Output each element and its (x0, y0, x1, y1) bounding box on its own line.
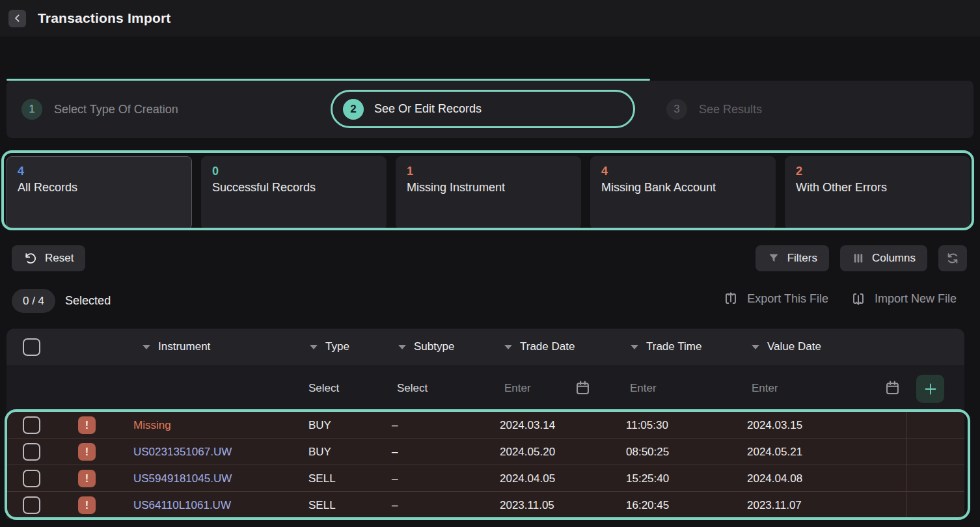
card-missing-instrument[interactable]: 1 Missing Instrument (396, 156, 581, 230)
reset-button[interactable]: Reset (12, 245, 85, 271)
column-label: Trade Date (520, 340, 575, 353)
records-table: Instrument Type Subtype Trade Date Trade… (7, 329, 964, 527)
filter-funnel-icon (767, 252, 780, 265)
cell-type: SELL (308, 465, 336, 492)
card-with-other-errors[interactable]: 2 With Other Errors (785, 156, 970, 230)
export-this-file-button[interactable]: Export This File (723, 291, 828, 306)
card-count: 2 (796, 165, 959, 178)
filter-trade-date-input[interactable]: Enter (504, 365, 531, 412)
error-badge-icon: ! (78, 496, 96, 514)
card-label: Missing Instrument (407, 181, 570, 195)
card-successful-records[interactable]: 0 Successful Records (201, 156, 387, 230)
column-divider (906, 492, 907, 519)
card-count: 4 (601, 165, 765, 178)
refresh-button[interactable] (938, 245, 967, 271)
column-label: Subtype (414, 340, 454, 353)
cell-trade-time: 08:50:25 (626, 439, 669, 465)
filter-value-date-input[interactable]: Enter (752, 365, 778, 412)
column-header-instrument[interactable]: Instrument (143, 329, 210, 365)
chevron-down-icon (504, 345, 512, 349)
back-button[interactable] (8, 10, 26, 27)
column-header-trade-date[interactable]: Trade Date (504, 329, 575, 365)
cell-trade-date: 2024.04.05 (500, 465, 555, 492)
export-label: Export This File (747, 292, 828, 306)
page-title: Transactions Import (38, 10, 171, 26)
cell-subtype: – (392, 465, 398, 492)
columns-icon (852, 252, 865, 265)
column-divider (906, 439, 907, 465)
card-label: Missing Bank Account (601, 181, 765, 195)
chevron-down-icon (752, 345, 759, 349)
filter-type-select[interactable]: Select (308, 365, 339, 412)
cell-value-date: 2024.04.08 (747, 465, 802, 492)
table-row: ! Missing BUY – 2024.03.14 11:05:30 2024… (7, 412, 964, 439)
add-record-button[interactable] (916, 375, 944, 403)
filters-button[interactable]: Filters (755, 245, 829, 271)
filter-trade-time-input[interactable]: Enter (630, 365, 657, 412)
plus-icon (923, 381, 938, 397)
column-header-value-date[interactable]: Value Date (752, 329, 821, 365)
column-header-trade-time[interactable]: Trade Time (631, 329, 701, 365)
error-badge-icon: ! (78, 470, 96, 487)
reset-label: Reset (45, 252, 74, 265)
cell-type: BUY (308, 439, 331, 465)
card-count: 0 (212, 165, 375, 178)
import-label: Import New File (875, 292, 957, 306)
calendar-icon[interactable] (574, 379, 592, 397)
cell-trade-date: 2024.03.14 (500, 412, 555, 439)
refresh-icon (946, 251, 960, 265)
card-missing-bank-account[interactable]: 4 Missing Bank Account (590, 156, 776, 230)
selection-label: Selected (65, 294, 111, 308)
cell-trade-time: 15:25:40 (626, 465, 669, 492)
card-label: Successful Records (212, 181, 375, 195)
cell-trade-date: 2023.11.05 (500, 492, 554, 519)
table-toolbar: Reset Filters Columns (0, 245, 980, 271)
step-1-circle: 1 (21, 99, 42, 120)
cell-instrument[interactable]: Missing (133, 412, 171, 439)
chevron-down-icon (631, 345, 638, 349)
column-label: Value Date (767, 340, 821, 353)
columns-label: Columns (872, 252, 916, 265)
column-header-type[interactable]: Type (310, 329, 349, 365)
columns-button[interactable]: Columns (840, 245, 927, 271)
cell-instrument[interactable]: US5949181045.UW (133, 465, 232, 492)
column-label: Trade Time (646, 340, 701, 353)
column-label: Type (325, 340, 349, 353)
row-checkbox[interactable] (23, 470, 40, 487)
reset-icon (23, 251, 38, 265)
row-checkbox[interactable] (23, 443, 40, 461)
import-new-file-button[interactable]: Import New File (851, 291, 957, 306)
error-badge-icon: ! (78, 443, 96, 461)
cell-subtype: – (392, 412, 398, 439)
table-row: ! US5949181045.UW SELL – 2024.04.05 15:2… (7, 465, 964, 492)
chevron-left-icon (12, 13, 23, 23)
cell-instrument[interactable]: US0231351067.UW (133, 439, 232, 465)
file-actions: Export This File Import New File (723, 291, 957, 306)
cell-value-date: 2024.05.21 (747, 439, 802, 465)
step-2-circle: 2 (343, 99, 364, 120)
column-header-subtype[interactable]: Subtype (398, 329, 454, 365)
card-label: All Records (18, 181, 181, 195)
filter-subtype-select[interactable]: Select (397, 365, 428, 412)
row-checkbox[interactable] (23, 416, 40, 434)
step-see-results[interactable]: 3 See Results (666, 81, 762, 138)
step-2-label: See Or Edit Records (374, 102, 482, 116)
calendar-icon[interactable] (884, 379, 901, 397)
step-3-label: See Results (699, 103, 762, 116)
table-row: ! US64110L1061.UW SELL – 2023.11.05 16:2… (7, 492, 964, 519)
table-header-row: Instrument Type Subtype Trade Date Trade… (7, 329, 964, 365)
row-checkbox[interactable] (23, 496, 40, 514)
chevron-down-icon (143, 345, 150, 349)
cell-value-date: 2023.11.07 (747, 492, 802, 519)
cell-value-date: 2024.03.15 (747, 412, 802, 439)
toolbar-right: Filters Columns (755, 245, 967, 271)
transactions-import-page: Transactions Import 1 Select Type Of Cre… (0, 0, 980, 527)
select-all-checkbox[interactable] (23, 338, 40, 356)
step-see-or-edit-records[interactable]: 2 See Or Edit Records (331, 90, 635, 128)
export-icon (723, 291, 739, 306)
card-all-records[interactable]: 4 All Records (7, 156, 192, 230)
step-select-type-of-creation[interactable]: 1 Select Type Of Creation (21, 81, 178, 138)
cell-instrument[interactable]: US64110L1061.UW (133, 492, 231, 519)
step-1-label: Select Type Of Creation (54, 103, 178, 116)
stepper: 1 Select Type Of Creation 2 See Or Edit … (7, 81, 973, 138)
